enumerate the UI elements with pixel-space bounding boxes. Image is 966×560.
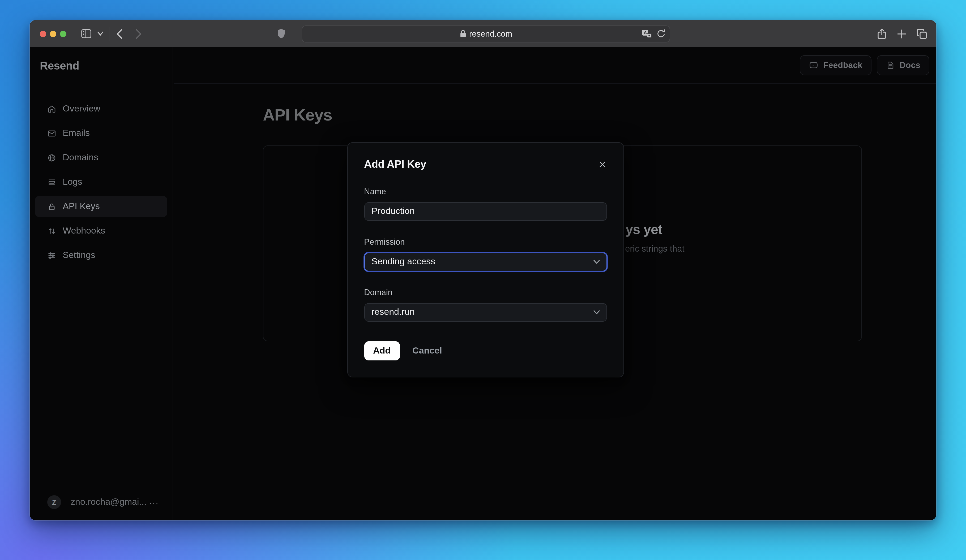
sidebar-item-overview[interactable]: Overview — [35, 98, 167, 120]
close-icon[interactable] — [598, 159, 607, 169]
resend-logo: Resend — [40, 59, 172, 72]
translate-icon[interactable]: A — [642, 29, 652, 38]
address-bar-url: resend.com — [469, 29, 512, 38]
minimize-window-button[interactable] — [50, 31, 56, 37]
chevron-down-icon[interactable] — [97, 31, 104, 36]
modal-title: Add API Key — [364, 158, 426, 170]
zoom-window-button[interactable] — [60, 31, 66, 37]
sidebar-item-label: Overview — [62, 103, 100, 114]
user-email: zno.rocha@gmai... — [71, 497, 149, 508]
feedback-bubble-icon — [809, 61, 818, 70]
sidebar-item-label: Settings — [62, 250, 95, 260]
sidebar-item-webhooks[interactable]: Webhooks — [35, 220, 167, 242]
content-header: Feedback Docs — [174, 47, 936, 84]
docs-button-label: Docs — [900, 61, 920, 70]
back-icon[interactable] — [116, 28, 123, 39]
domain-select-value: resend.run — [371, 307, 415, 318]
mail-icon — [47, 129, 56, 138]
browser-window: resend.com A — [30, 20, 936, 520]
chevron-down-icon — [593, 259, 600, 264]
empty-state-description-fragment: eric strings that — [625, 243, 685, 254]
feedback-button[interactable]: Feedback — [800, 55, 871, 75]
tab-overview-icon[interactable] — [917, 28, 927, 39]
permission-select-value: Sending access — [371, 256, 435, 267]
user-menu-row[interactable]: Z zno.rocha@gmai... ··· — [30, 495, 172, 509]
name-field-label: Name — [364, 187, 607, 196]
document-icon — [886, 61, 895, 70]
sidebar-item-label: Logs — [62, 177, 82, 187]
docs-button[interactable]: Docs — [877, 55, 929, 75]
sidebar-item-label: API Keys — [62, 201, 100, 212]
privacy-shield-icon[interactable] — [277, 29, 285, 39]
cancel-button[interactable]: Cancel — [412, 345, 442, 356]
browser-toolbar: resend.com A — [30, 20, 936, 47]
home-icon — [47, 104, 56, 113]
share-icon[interactable] — [877, 28, 887, 39]
sidebar-item-api-keys[interactable]: API Keys — [35, 196, 167, 217]
chevron-down-icon — [593, 310, 600, 314]
resend-app: Resend Overview — [30, 47, 936, 520]
sidebar-item-emails[interactable]: Emails — [35, 123, 167, 144]
sidebar-item-logs[interactable]: Logs — [35, 172, 167, 193]
user-options-icon[interactable]: ··· — [149, 498, 159, 507]
permission-field-label: Permission — [364, 237, 607, 247]
lock-icon — [460, 30, 466, 38]
name-input[interactable] — [364, 202, 607, 221]
logs-icon — [47, 178, 56, 187]
sidebar: Resend Overview — [30, 47, 173, 520]
sidebar-item-domains[interactable]: Domains — [35, 147, 167, 168]
close-window-button[interactable] — [40, 31, 46, 37]
sidebar-item-label: Domains — [62, 152, 98, 163]
svg-text:A: A — [644, 30, 647, 35]
permission-select[interactable]: Sending access — [364, 252, 607, 271]
reload-icon[interactable] — [657, 29, 665, 38]
avatar: Z — [47, 495, 61, 509]
domain-field-label: Domain — [364, 287, 607, 297]
sidebar-item-label: Webhooks — [62, 226, 105, 236]
lock-icon — [47, 202, 56, 211]
empty-state-title-fragment: ys yet — [626, 222, 662, 237]
add-api-key-modal: Add API Key Name Permission Sending acce… — [347, 142, 624, 377]
sidebar-toggle-icon[interactable] — [81, 29, 92, 39]
sidebar-item-settings[interactable]: Settings — [35, 245, 167, 266]
window-controls — [40, 31, 66, 37]
globe-icon — [47, 153, 56, 162]
sliders-icon — [47, 251, 56, 260]
sidebar-nav: Overview Emails — [30, 98, 172, 266]
feedback-button-label: Feedback — [823, 61, 863, 70]
address-bar[interactable]: resend.com A — [302, 25, 670, 42]
desktop-background: resend.com A — [0, 0, 966, 560]
domain-select[interactable]: resend.run — [364, 303, 607, 321]
arrows-up-down-icon — [47, 226, 56, 236]
toolbar-divider — [109, 27, 109, 41]
page-title: API Keys — [263, 105, 936, 124]
forward-icon[interactable] — [135, 28, 142, 39]
sidebar-item-label: Emails — [62, 128, 90, 139]
add-button[interactable]: Add — [364, 341, 399, 360]
new-tab-plus-icon[interactable] — [897, 29, 907, 38]
